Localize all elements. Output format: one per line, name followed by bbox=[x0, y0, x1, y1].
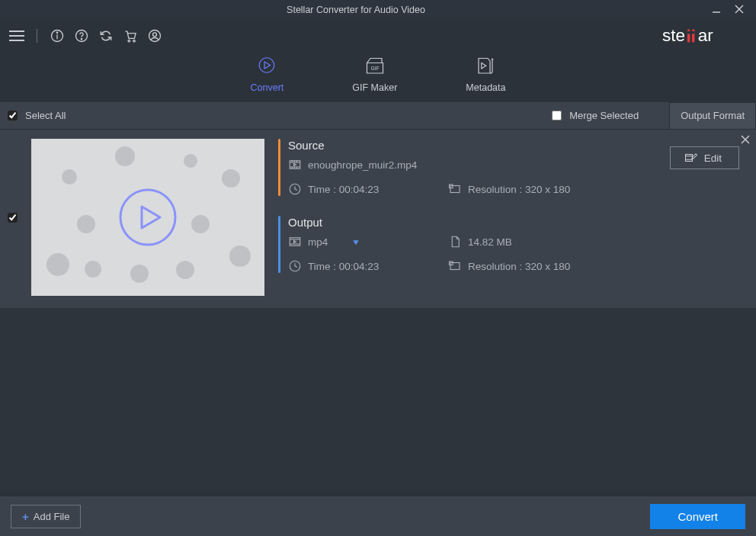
file-item: Source enoughrope_muir2.mp4 Time : 00:04… bbox=[0, 130, 756, 309]
svg-rect-25 bbox=[290, 161, 300, 169]
svg-rect-44 bbox=[450, 262, 453, 265]
plus-icon: + bbox=[22, 510, 29, 523]
cart-icon[interactable] bbox=[121, 27, 139, 45]
svg-rect-14 bbox=[692, 29, 694, 42]
video-thumbnail[interactable] bbox=[31, 139, 264, 296]
source-accent-bar bbox=[278, 139, 280, 196]
output-format-selector[interactable]: mp4 ▼ bbox=[308, 236, 359, 248]
output-accent-bar bbox=[278, 216, 280, 273]
gif-icon: GIF bbox=[362, 55, 388, 78]
toolbar: ste ar bbox=[0, 20, 756, 52]
source-filename: enoughrope_muir2.mp4 bbox=[308, 159, 417, 171]
tab-convert-label: Convert bbox=[251, 82, 284, 93]
play-overlay-icon bbox=[116, 185, 180, 249]
svg-point-11 bbox=[153, 33, 157, 37]
svg-marker-41 bbox=[294, 241, 296, 243]
resolution-icon bbox=[448, 182, 462, 196]
svg-rect-38 bbox=[290, 238, 300, 246]
output-format-button[interactable]: Output Format bbox=[669, 102, 756, 130]
output-heading: Output bbox=[288, 216, 742, 229]
svg-rect-36 bbox=[450, 186, 460, 193]
svg-marker-20 bbox=[482, 63, 486, 69]
tab-convert[interactable]: Convert bbox=[251, 55, 284, 93]
svg-rect-13 bbox=[687, 29, 690, 42]
select-all-checkbox[interactable] bbox=[8, 111, 18, 120]
filmstrip-icon bbox=[288, 235, 302, 249]
clock-icon bbox=[288, 182, 302, 196]
remove-item-button[interactable] bbox=[741, 134, 750, 146]
svg-point-7 bbox=[81, 39, 82, 40]
output-size: 14.82 MB bbox=[468, 236, 512, 248]
brand-logo: ste ar bbox=[660, 26, 744, 46]
source-resolution: Resolution : 320 x 180 bbox=[468, 184, 570, 195]
svg-rect-15 bbox=[687, 31, 695, 34]
output-time: Time : 00:04:23 bbox=[308, 261, 379, 272]
filmstrip-icon bbox=[288, 158, 302, 172]
svg-point-8 bbox=[128, 40, 130, 41]
output-resolution: Resolution : 320 x 180 bbox=[468, 261, 570, 272]
convert-button[interactable]: Convert bbox=[650, 504, 745, 529]
output-format-value: mp4 bbox=[308, 236, 328, 248]
minimize-button[interactable] bbox=[712, 3, 721, 17]
convert-icon bbox=[254, 55, 280, 78]
resolution-icon bbox=[448, 259, 462, 273]
tab-metadata[interactable]: Metadata bbox=[466, 55, 505, 93]
svg-rect-45 bbox=[685, 155, 692, 162]
add-file-button[interactable]: + Add File bbox=[11, 505, 81, 528]
app-title: Stellar Converter for Audio Video bbox=[0, 5, 712, 15]
update-icon[interactable] bbox=[97, 27, 115, 45]
convert-button-label: Convert bbox=[678, 510, 718, 523]
svg-marker-34 bbox=[294, 164, 296, 166]
svg-text:ar: ar bbox=[698, 26, 714, 45]
source-time: Time : 00:04:23 bbox=[308, 184, 379, 195]
file-list: Source enoughrope_muir2.mp4 Time : 00:04… bbox=[0, 130, 756, 496]
edit-icon bbox=[684, 152, 698, 164]
edit-button-label: Edit bbox=[704, 152, 722, 164]
close-window-button[interactable] bbox=[735, 3, 744, 17]
svg-point-23 bbox=[120, 190, 175, 245]
empty-area bbox=[0, 309, 756, 492]
svg-point-5 bbox=[56, 32, 57, 33]
mode-tabs: Convert GIF GIF Maker Metadata bbox=[0, 52, 756, 102]
svg-point-9 bbox=[133, 40, 136, 41]
merge-selected-label[interactable]: Merge Selected bbox=[569, 110, 639, 121]
svg-marker-24 bbox=[142, 207, 160, 228]
metadata-icon bbox=[472, 55, 498, 78]
svg-rect-37 bbox=[450, 185, 453, 188]
svg-marker-18 bbox=[264, 62, 271, 69]
tab-metadata-label: Metadata bbox=[466, 82, 505, 93]
document-icon bbox=[448, 235, 462, 249]
svg-text:ste: ste bbox=[662, 26, 685, 45]
item-checkbox[interactable] bbox=[8, 213, 18, 223]
clock-icon bbox=[288, 259, 302, 273]
caret-down-icon: ▼ bbox=[351, 238, 360, 246]
account-icon[interactable] bbox=[146, 27, 164, 45]
svg-point-17 bbox=[260, 58, 275, 73]
help-icon[interactable] bbox=[72, 27, 91, 45]
select-all-label[interactable]: Select All bbox=[25, 110, 66, 121]
svg-text:GIF: GIF bbox=[370, 66, 379, 71]
tab-gif-maker[interactable]: GIF GIF Maker bbox=[352, 55, 397, 93]
title-bar: Stellar Converter for Audio Video bbox=[0, 0, 756, 20]
hamburger-menu-button[interactable] bbox=[8, 27, 26, 45]
add-file-label: Add File bbox=[34, 511, 70, 522]
selection-strip: Select All Merge Selected Output Format bbox=[0, 102, 756, 130]
tab-gif-label: GIF Maker bbox=[352, 82, 397, 93]
footer-bar: + Add File Convert bbox=[0, 496, 756, 536]
output-format-label: Output Format bbox=[681, 110, 745, 121]
edit-button[interactable]: Edit bbox=[670, 146, 739, 169]
merge-selected-checkbox[interactable] bbox=[552, 111, 562, 120]
svg-rect-43 bbox=[450, 263, 460, 270]
info-icon[interactable] bbox=[48, 27, 66, 45]
separator bbox=[37, 29, 37, 43]
